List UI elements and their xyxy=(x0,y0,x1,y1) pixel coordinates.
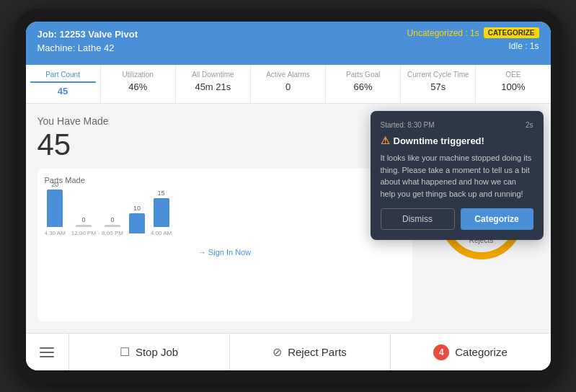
stat-utilization-value: 46% xyxy=(128,81,147,92)
downtime-popup: Started: 8:30 PM 2s ⚠ Downtime triggered… xyxy=(371,111,544,240)
stat-all-downtime[interactable]: All Downtime 45m 21s xyxy=(176,65,251,103)
toolbar-categorize: 4 Categorize xyxy=(433,344,508,360)
categorize-label: Categorize xyxy=(455,346,508,358)
bar-value-3: 10 xyxy=(133,205,141,212)
bar-time-4: 4:00 AM xyxy=(151,230,172,236)
stat-downtime-value: 45m 21s xyxy=(195,81,231,92)
stat-oee[interactable]: OEE 100% xyxy=(476,65,550,103)
popup-buttons: Dismiss Categorize xyxy=(381,208,533,230)
stat-cycle-value: 57s xyxy=(430,81,446,92)
stop-job-button[interactable]: ☐ Stop Job xyxy=(69,334,230,370)
stat-alarms-value: 0 xyxy=(285,81,291,92)
stats-bar: Part Count 45 Utilization 46% All Downti… xyxy=(26,65,551,104)
categorize-button[interactable]: 4 Categorize xyxy=(391,334,551,370)
main-content: You Have Made 45 Parts Made ? 20 4:30 AM xyxy=(26,104,551,333)
idle-text: Idle : 1s xyxy=(508,41,539,51)
stat-parts-goal[interactable]: Parts Goal 66% xyxy=(326,65,401,103)
stat-part-count[interactable]: Part Count 45 xyxy=(26,65,101,103)
popup-started: Started: 8:30 PM xyxy=(381,121,435,129)
tablet-screen: Job: 12253 Valve Pivot Machine: Lathe 42… xyxy=(26,22,551,370)
popup-header: Started: 8:30 PM 2s xyxy=(381,121,533,129)
sign-in-link[interactable]: → Sign In Now xyxy=(198,248,251,257)
header-categorize-badge[interactable]: CATEGORIZE xyxy=(484,27,539,38)
header-right-top: Uncategorized : 1s CATEGORIZE xyxy=(407,27,539,38)
menu-button[interactable] xyxy=(26,334,69,370)
reject-parts-icon: ⊘ xyxy=(273,345,282,359)
stat-goal-label: Parts Goal xyxy=(330,71,396,79)
header-left: Job: 12253 Valve Pivot Machine: Lathe 42 xyxy=(37,27,138,53)
stat-part-count-value: 45 xyxy=(58,86,68,97)
reject-parts-button[interactable]: ⊘ Reject Parts xyxy=(230,334,391,370)
stat-active-alarms[interactable]: Active Alarms 0 xyxy=(251,65,326,103)
bar-group-1: 0 12:00 PM xyxy=(71,216,96,236)
stat-utilization[interactable]: Utilization 46% xyxy=(101,65,176,103)
bar-value-2: 0 xyxy=(111,216,115,223)
popup-dismiss-button[interactable]: Dismiss xyxy=(381,208,455,230)
job-title: Job: 12253 Valve Pivot xyxy=(37,27,138,43)
bar-2 xyxy=(105,225,120,227)
tablet-device: Job: 12253 Valve Pivot Machine: Lathe 42… xyxy=(14,9,562,383)
bar-value-0: 20 xyxy=(51,181,58,188)
chart-title: Parts Made ? xyxy=(45,176,405,184)
hamburger-icon xyxy=(40,347,54,357)
stat-oee-label: OEE xyxy=(480,71,546,79)
sign-in-area: → Sign In Now xyxy=(45,239,405,258)
popup-body: It looks like your machine stopped doing… xyxy=(381,152,533,200)
machine-title: Machine: Lathe 42 xyxy=(37,43,138,53)
stat-part-count-label: Part Count xyxy=(30,71,96,83)
bar-time-2: 8:00 PM xyxy=(102,230,123,236)
stat-goal-value: 66% xyxy=(354,81,373,92)
stat-downtime-label: All Downtime xyxy=(180,71,246,79)
bar-4 xyxy=(154,198,169,227)
header: Job: 12253 Valve Pivot Machine: Lathe 42… xyxy=(26,22,551,65)
bar-group-0: 20 4:30 AM xyxy=(45,181,66,236)
stat-cycle-label: Current Cycle Time xyxy=(405,71,471,79)
bar-1 xyxy=(76,225,92,227)
bar-group-2: 0 8:00 PM xyxy=(102,216,123,236)
header-right: Uncategorized : 1s CATEGORIZE Idle : 1s xyxy=(407,27,539,51)
warning-icon: ⚠ xyxy=(381,135,390,146)
bar-group-4: 15 4:00 AM xyxy=(151,190,172,236)
popup-timer: 2s xyxy=(526,121,533,129)
bottom-toolbar: ☐ Stop Job ⊘ Reject Parts 4 Categorize xyxy=(26,333,551,370)
categorize-count-badge: 4 xyxy=(433,344,449,360)
popup-title: ⚠ Downtime triggered! xyxy=(381,135,533,146)
popup-categorize-button[interactable]: Categorize xyxy=(461,208,533,230)
stat-utilization-label: Utilization xyxy=(105,71,171,79)
uncategorized-text: Uncategorized : 1s xyxy=(407,28,479,38)
bar-time-0: 4:30 AM xyxy=(45,230,66,236)
bar-time-1: 12:00 PM xyxy=(71,230,96,236)
bar-0 xyxy=(47,190,63,227)
bar-group-3: 10 xyxy=(129,205,145,236)
bar-value-4: 15 xyxy=(158,190,165,197)
stat-oee-value: 100% xyxy=(501,81,525,92)
bar-value-1: 0 xyxy=(81,216,85,223)
stat-alarms-label: Active Alarms xyxy=(255,71,321,79)
made-count: 45 xyxy=(37,130,412,160)
popup-title-text: Downtime triggered! xyxy=(394,135,484,146)
left-panel: You Have Made 45 Parts Made ? 20 4:30 AM xyxy=(37,115,412,321)
stop-job-icon: ☐ xyxy=(120,345,130,359)
stop-job-label: Stop Job xyxy=(136,346,178,358)
stat-cycle-time[interactable]: Current Cycle Time 57s xyxy=(401,65,476,103)
bar-3 xyxy=(129,213,145,233)
chart-area: Parts Made ? 20 4:30 AM 0 12:00 PM xyxy=(37,169,412,321)
reject-parts-label: Reject Parts xyxy=(288,346,347,358)
made-title: You Have Made xyxy=(37,115,412,127)
bar-chart: 20 4:30 AM 0 12:00 PM 0 8:00 PM xyxy=(45,189,405,239)
